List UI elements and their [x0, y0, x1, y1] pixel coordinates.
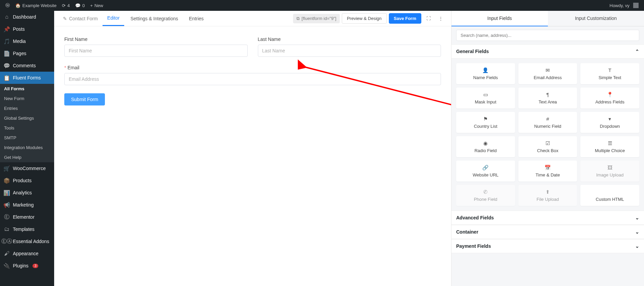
field-card-name-fields[interactable]: 👤Name Fields [456, 63, 515, 84]
field-search-input[interactable] [456, 30, 639, 41]
howdy-label: Howdy, vy [609, 3, 629, 8]
card-icon: 🖼 [583, 165, 637, 171]
field-card-custom-html[interactable]: Custom HTML [580, 185, 639, 206]
sidebar-item-plugins[interactable]: 🔌Plugins3 [0, 260, 54, 272]
field-card-radio-field[interactable]: ◉Radio Field [456, 136, 515, 157]
sidebar-item-marketing[interactable]: 📢Marketing [0, 199, 54, 211]
shortcode-box[interactable]: ⧉[fluentform id="9"] [293, 14, 340, 23]
field-card-time-&-date[interactable]: 📅Time & Date [518, 161, 577, 182]
admin-sidebar: ⌂Dashboard📌Posts🎵Media📄Pages💬Comments📋Fl… [0, 11, 54, 286]
submit-button[interactable]: Submit Form [64, 93, 105, 105]
preview-button[interactable]: Preview & Design [342, 13, 387, 24]
annotation-arrow [298, 50, 451, 128]
first-name-input[interactable] [64, 45, 248, 57]
field-card-address-fields[interactable]: 📍Address Fields [580, 88, 639, 109]
updates-link[interactable]: ⟳4 [59, 0, 72, 11]
avatar [633, 3, 639, 8]
tab-entries[interactable]: Entries [184, 11, 208, 26]
section-payment-fields[interactable]: Payment Fields⌄ [451, 239, 644, 253]
media-icon: 🎵 [3, 38, 10, 45]
card-icon: ◉ [459, 140, 512, 146]
new-label: New [94, 3, 103, 8]
sidebar-item-elementor[interactable]: ⒺElementor [0, 211, 54, 223]
sidebar-item-appearance[interactable]: 🖌Appearance [0, 247, 54, 260]
comments-link[interactable]: 💬0 [72, 0, 87, 11]
field-card-image-upload[interactable]: 🖼Image Upload [580, 161, 639, 182]
submenu-item-new-form[interactable]: New Form [0, 94, 54, 103]
sidebar-item-media[interactable]: 🎵Media [0, 35, 54, 47]
plugins-icon: 🔌 [3, 262, 10, 269]
sidebar-item-fluent-forms[interactable]: 📋Fluent Forms [0, 72, 54, 84]
submenu-item-entries[interactable]: Entries [0, 103, 54, 113]
field-card-dropdown[interactable]: ▾Dropdown [580, 112, 639, 133]
badge: 3 [32, 264, 39, 268]
sidebar-item-templates[interactable]: 🗂Templates [0, 223, 54, 235]
card-icon: 📍 [583, 92, 637, 98]
field-card-mask-input[interactable]: ▭Mask Input [456, 88, 515, 109]
card-label: Numeric Field [534, 124, 561, 129]
card-label: Email Address [534, 75, 562, 80]
last-name-input[interactable] [258, 45, 441, 57]
field-card-phone-field[interactable]: ✆Phone Field [456, 185, 515, 206]
dashboard-icon: ⌂ [3, 14, 10, 20]
sidebar-item-label: Appearance [13, 251, 39, 256]
submenu-item-global-settings[interactable]: Global Settings [0, 113, 54, 123]
sidebar-item-woocommerce[interactable]: 🛒WooCommerce [0, 162, 54, 174]
section-advanced-fields[interactable]: Advanced Fields⌄ [451, 211, 644, 225]
card-icon: ▾ [583, 116, 637, 122]
sidebar-item-essential-addons[interactable]: ⒺⒶEssential Addons [0, 235, 54, 247]
submenu-item-all-forms[interactable]: All Forms [0, 84, 54, 94]
submenu-item-smtp[interactable]: SMTP [0, 133, 54, 143]
field-card-check-box[interactable]: ☑Check Box [518, 136, 577, 157]
appearance-icon: 🖌 [3, 250, 10, 257]
more-icon[interactable]: ⋮ [436, 14, 446, 24]
field-card-text-area[interactable]: ¶Text Area [518, 88, 577, 109]
card-label: Radio Field [474, 148, 497, 153]
first-name-label: First Name [64, 37, 248, 42]
sidebar-item-label: WooCommerce [13, 166, 46, 171]
submenu-item-tools[interactable]: Tools [0, 123, 54, 133]
section-container[interactable]: Container⌄ [451, 225, 644, 239]
account-link[interactable]: Howdy, vy [607, 0, 641, 11]
field-card-simple-text[interactable]: TSimple Text [580, 63, 639, 84]
tab-editor[interactable]: Editor [103, 11, 125, 26]
site-name-link[interactable]: 🏠Example Website [13, 0, 59, 11]
card-label: File Upload [537, 197, 559, 202]
field-card-file-upload[interactable]: ⬆File Upload [518, 185, 577, 206]
sidebar-item-posts[interactable]: 📌Posts [0, 23, 54, 35]
field-card-website-url[interactable]: 🔗Website URL [456, 161, 515, 182]
form-icon: 📋 [3, 74, 10, 81]
wp-logo[interactable]: ⓦ [3, 0, 13, 11]
field-card-numeric-field[interactable]: #Numeric Field [518, 112, 577, 133]
new-content-link[interactable]: +New [87, 0, 106, 11]
submenu-item-get-help[interactable]: Get Help [0, 152, 54, 162]
sidebar-item-products[interactable]: 📦Products [0, 174, 54, 187]
tab-settings[interactable]: Settings & Integrations [126, 11, 183, 26]
fullscreen-icon[interactable]: ⛶ [423, 14, 434, 24]
card-label: Custom HTML [596, 197, 624, 202]
tab-input-fields[interactable]: Input Fields [451, 11, 548, 26]
sidebar-item-comments[interactable]: 💬Comments [0, 59, 54, 72]
sidebar-item-label: Comments [13, 63, 36, 68]
chevron-up-icon: ⌃ [635, 49, 639, 54]
field-card-country-list[interactable]: ⚑Country List [456, 112, 515, 133]
card-label: Phone Field [474, 197, 497, 202]
sidebar-item-label: Essential Addons [13, 239, 49, 244]
section-general-fields[interactable]: General Fields⌃ [451, 44, 644, 58]
field-card-multiple-choice[interactable]: ☰Multiple Choice [580, 136, 639, 157]
tab-input-customization[interactable]: Input Customization [548, 11, 644, 26]
save-button[interactable]: Save Form [389, 13, 421, 24]
submenu-item-integration-modules[interactable]: Integration Modules [0, 143, 54, 152]
sidebar-item-label: Posts [13, 26, 25, 32]
card-icon: 👤 [459, 67, 512, 73]
form-name[interactable]: ✎Contact Form [60, 16, 101, 21]
sidebar-item-pages[interactable]: 📄Pages [0, 47, 54, 59]
sidebar-item-dashboard[interactable]: ⌂Dashboard [0, 11, 54, 23]
sidebar-item-label: Templates [13, 227, 35, 232]
field-card-email-address[interactable]: ✉Email Address [518, 63, 577, 84]
sidebar-item-analytics[interactable]: 📊Analytics [0, 187, 54, 199]
card-icon: ▭ [459, 92, 512, 98]
card-icon: 📅 [521, 165, 575, 171]
card-icon: # [521, 116, 575, 122]
email-input[interactable] [64, 73, 441, 85]
